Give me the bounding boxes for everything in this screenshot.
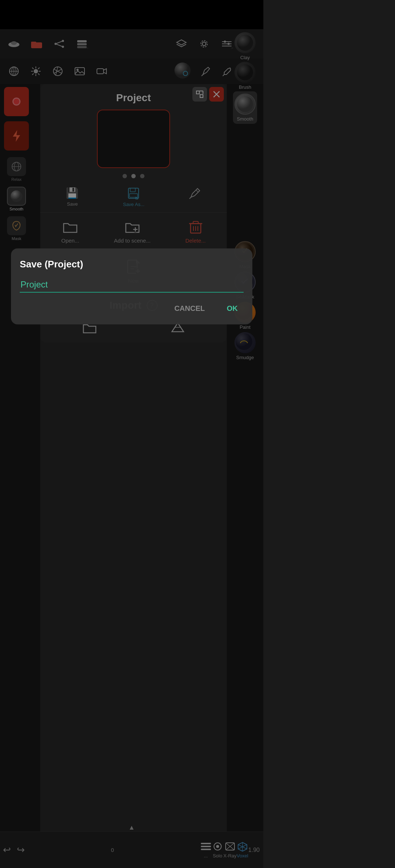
dialog-overlay bbox=[0, 29, 263, 868]
dialog-project-name-input[interactable] bbox=[20, 277, 244, 293]
dialog-ok-button[interactable]: OK bbox=[221, 301, 244, 316]
dialog-title: Save (Project) bbox=[20, 259, 244, 270]
save-dialog: Save (Project) CANCEL OK bbox=[11, 248, 252, 324]
top-status-bar bbox=[0, 0, 263, 29]
dialog-input-area bbox=[20, 277, 244, 293]
dialog-buttons: CANCEL OK bbox=[20, 301, 244, 316]
main-area: ... bbox=[0, 29, 263, 868]
dialog-cancel-button[interactable]: CANCEL bbox=[169, 301, 211, 316]
